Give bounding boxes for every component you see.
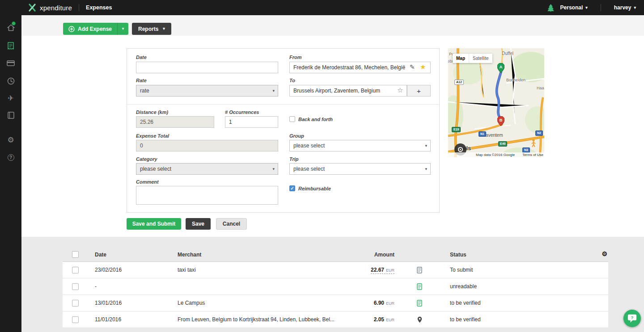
cell-merchant: taxi taxi [178, 267, 347, 273]
row-checkbox[interactable] [72, 316, 79, 323]
back-and-forth-label: Back and forth [298, 117, 333, 122]
user-menu[interactable]: harvey ▾ [614, 4, 636, 11]
add-destination-button[interactable]: + [407, 85, 431, 97]
chevron-down-icon: ▾ [634, 6, 636, 10]
amount-link[interactable]: 2.05EUR [374, 316, 394, 323]
category-value: please select [140, 166, 171, 172]
map-place-label: Haac [537, 86, 544, 90]
workspace-selector[interactable]: Personal ▾ [560, 4, 588, 11]
occurrences-label: # Occurrences [225, 109, 259, 115]
row-checkbox[interactable] [72, 267, 79, 273]
add-expense-label: Add Expense [78, 26, 112, 32]
satellite-view-button[interactable]: Satellite [469, 54, 492, 63]
group-select[interactable]: please select ▾ [289, 140, 431, 151]
checkbox-box-checked: ✓ [289, 185, 295, 191]
expense-form-panel: Date Rate rate ▾ Distance (km) # Occurre… [127, 48, 440, 213]
sidebar-item-expenses[interactable] [6, 41, 15, 50]
map[interactable]: Map Satellite Pu Willebroek Duffel Bonhe… [448, 48, 544, 157]
brand[interactable]: xpenditure [28, 3, 72, 12]
comment-textarea[interactable] [136, 186, 278, 205]
trip-value: please select [293, 166, 325, 172]
table-settings-gear-icon[interactable]: ⚙ [602, 250, 607, 257]
road-shield: A12 [454, 80, 464, 85]
expense-table: Date Merchant Amount Status ⚙ 23/02/2016… [63, 248, 608, 328]
map-place-label: Duffel [502, 51, 513, 56]
amount-link[interactable]: 6.90EUR [374, 300, 394, 306]
reimbursable-checkbox[interactable]: ✓ Reimbursable [289, 185, 331, 191]
road-shield: E40 [498, 141, 507, 147]
reimbursable-label: Reimbursable [298, 186, 331, 191]
help-chat-button[interactable]: ? [623, 310, 641, 327]
category-select[interactable]: please select ▾ [136, 163, 278, 175]
header-status: Status [445, 252, 608, 258]
cell-date: 23/02/2016 [95, 267, 178, 273]
table-row[interactable]: 13/01/2016 Le Campus 6.90EUR to be verif… [63, 295, 608, 311]
group-label: Group [289, 133, 304, 139]
to-input[interactable] [289, 85, 407, 97]
favorite-star-icon[interactable]: ★ [420, 63, 426, 70]
terms-of-use-link[interactable]: Terms of Use [522, 153, 543, 157]
map-view-button[interactable]: Map [453, 54, 469, 63]
chevron-down-icon: ▾ [425, 167, 427, 171]
map-canvas [448, 48, 544, 157]
cell-status: to be verified [445, 316, 608, 323]
sidebar-item-trips[interactable]: ✈ [6, 93, 15, 102]
back-and-forth-checkbox[interactable]: Back and forth [289, 116, 333, 122]
page-title: Expenses [86, 4, 112, 11]
add-expense-button[interactable]: Add Expense ▾ [63, 23, 128, 35]
chevron-down-icon: ▾ [585, 6, 588, 10]
table-row[interactable]: 11/01/2016 From Leuven, Belgium to Kortr… [63, 311, 608, 328]
receipt-green-icon[interactable] [417, 283, 422, 290]
receipt-icon[interactable] [417, 267, 422, 273]
cell-date: 11/01/2016 [95, 316, 178, 323]
sidebar-item-reports[interactable] [6, 111, 15, 120]
select-all-checkbox[interactable] [72, 251, 79, 258]
road-shield: N2 [535, 130, 543, 136]
location-pin-icon[interactable] [417, 316, 422, 323]
cell-date: 13/01/2016 [95, 300, 178, 306]
header-merchant: Merchant [178, 252, 347, 258]
row-checkbox[interactable] [72, 300, 79, 307]
amount-link[interactable]: 22.67EUR [371, 267, 394, 274]
xpenditure-logo-icon [28, 3, 37, 12]
gear-icon: ⚙ [7, 135, 14, 145]
rate-select[interactable]: rate ▾ [136, 85, 278, 97]
distance-input[interactable] [136, 116, 214, 128]
trip-select[interactable]: please select ▾ [289, 163, 431, 175]
chevron-down-icon: ▾ [163, 27, 165, 31]
occurrences-input[interactable] [225, 116, 278, 128]
expense-total-label: Expense Total [136, 133, 169, 139]
category-label: Category [136, 156, 157, 162]
date-input[interactable] [136, 62, 278, 73]
receipt-green-icon[interactable] [417, 300, 422, 307]
clock-icon [7, 77, 15, 85]
reports-button[interactable]: Reports ▾ [132, 23, 171, 35]
sidebar-item-history[interactable] [6, 76, 15, 85]
cell-status: To submit [445, 267, 608, 273]
distance-label: Distance (km) [136, 109, 168, 115]
table-row[interactable]: - unreadable [63, 278, 608, 295]
table-header-row: Date Merchant Amount Status ⚙ [63, 248, 608, 262]
sidebar-item-help[interactable]: ? [6, 153, 15, 162]
sidebar-item-cards[interactable] [6, 59, 15, 67]
table-row[interactable]: 23/02/2016 taxi taxi 22.67EUR To submit [63, 262, 608, 278]
pegman-icon[interactable] [531, 139, 536, 147]
expense-total-input[interactable] [136, 140, 278, 151]
svg-text:?: ? [631, 315, 634, 319]
edit-address-icon[interactable]: ✎ [410, 64, 415, 70]
chat-bubble-icon: ? [627, 314, 637, 323]
tree-icon[interactable] [547, 4, 554, 12]
row-checkbox[interactable] [72, 283, 79, 290]
save-button[interactable]: Save [186, 218, 211, 230]
sidebar-item-settings[interactable]: ⚙ [6, 135, 15, 144]
favorite-star-outline-icon[interactable]: ☆ [397, 87, 403, 93]
svg-text:B: B [500, 118, 503, 122]
save-and-submit-button[interactable]: Save and Submit [127, 218, 181, 230]
header-date: Date [95, 252, 178, 258]
plane-icon: ✈ [8, 94, 13, 102]
sidebar: ✈ ⚙ ? [0, 15, 21, 332]
cancel-button[interactable]: Cancel [216, 218, 247, 230]
add-expense-dropdown-toggle[interactable]: ▾ [117, 23, 128, 35]
reports-label: Reports [138, 26, 158, 32]
svg-text:A: A [500, 65, 503, 69]
